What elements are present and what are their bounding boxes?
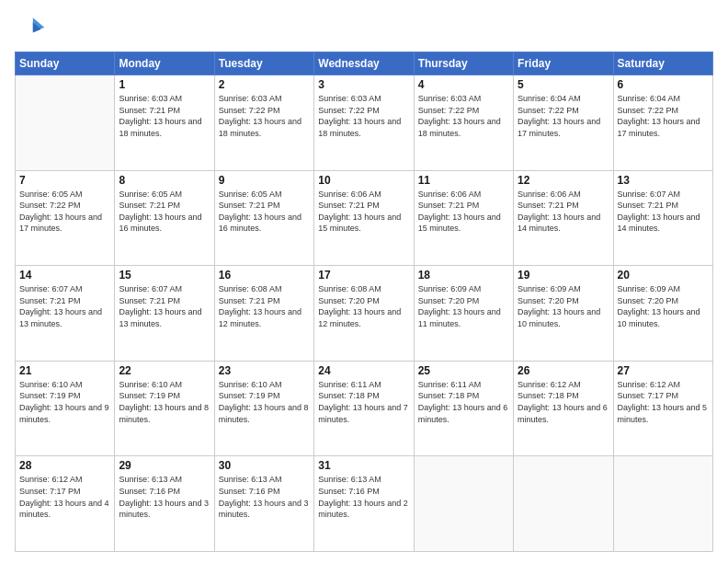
cell-details: Sunrise: 6:03 AMSunset: 7:22 PMDaylight:… [318, 93, 409, 139]
calendar-header-wednesday: Wednesday [314, 52, 414, 75]
calendar-cell: 18Sunrise: 6:09 AMSunset: 7:20 PMDayligh… [414, 266, 513, 362]
cell-details: Sunrise: 6:10 AMSunset: 7:19 PMDaylight:… [19, 379, 110, 425]
calendar-cell [514, 456, 613, 552]
cell-details: Sunrise: 6:06 AMSunset: 7:21 PMDaylight:… [418, 189, 509, 235]
cell-details: Sunrise: 6:04 AMSunset: 7:22 PMDaylight:… [518, 93, 609, 139]
calendar-cell: 31Sunrise: 6:13 AMSunset: 7:16 PMDayligh… [314, 456, 414, 552]
day-number: 16 [219, 269, 310, 282]
cell-details: Sunrise: 6:07 AMSunset: 7:21 PMDaylight:… [19, 283, 110, 329]
day-number: 25 [418, 364, 509, 377]
calendar-cell [16, 75, 115, 171]
calendar-cell: 12Sunrise: 6:06 AMSunset: 7:21 PMDayligh… [514, 170, 613, 266]
cell-details: Sunrise: 6:12 AMSunset: 7:18 PMDaylight:… [518, 379, 609, 425]
day-number: 28 [19, 459, 110, 472]
day-number: 21 [19, 364, 110, 377]
calendar-cell: 11Sunrise: 6:06 AMSunset: 7:21 PMDayligh… [414, 170, 513, 266]
cell-details: Sunrise: 6:13 AMSunset: 7:16 PMDaylight:… [119, 474, 210, 520]
day-number: 22 [119, 364, 210, 377]
day-number: 12 [518, 174, 609, 187]
calendar-cell: 14Sunrise: 6:07 AMSunset: 7:21 PMDayligh… [16, 266, 115, 362]
day-number: 15 [119, 269, 210, 282]
calendar-cell: 27Sunrise: 6:12 AMSunset: 7:17 PMDayligh… [613, 361, 712, 456]
day-number: 31 [318, 459, 409, 472]
calendar-cell: 9Sunrise: 6:05 AMSunset: 7:21 PMDaylight… [214, 170, 313, 266]
cell-details: Sunrise: 6:05 AMSunset: 7:21 PMDaylight:… [219, 189, 310, 235]
calendar-cell: 20Sunrise: 6:09 AMSunset: 7:20 PMDayligh… [613, 266, 712, 362]
cell-details: Sunrise: 6:09 AMSunset: 7:20 PMDaylight:… [518, 283, 609, 329]
cell-details: Sunrise: 6:10 AMSunset: 7:19 PMDaylight:… [219, 379, 310, 425]
day-number: 30 [219, 459, 310, 472]
calendar-header-monday: Monday [115, 52, 214, 75]
cell-details: Sunrise: 6:12 AMSunset: 7:17 PMDaylight:… [19, 474, 110, 520]
day-number: 18 [418, 269, 509, 282]
day-number: 4 [418, 78, 509, 91]
logo-icon [15, 11, 48, 44]
cell-details: Sunrise: 6:03 AMSunset: 7:21 PMDaylight:… [119, 93, 210, 139]
cell-details: Sunrise: 6:05 AMSunset: 7:22 PMDaylight:… [19, 189, 110, 235]
day-number: 9 [219, 174, 310, 187]
header [15, 11, 713, 44]
day-number: 7 [19, 174, 110, 187]
calendar-cell: 16Sunrise: 6:08 AMSunset: 7:21 PMDayligh… [214, 266, 313, 362]
calendar-cell: 2Sunrise: 6:03 AMSunset: 7:22 PMDaylight… [214, 75, 313, 171]
calendar-header-sunday: Sunday [16, 52, 115, 75]
cell-details: Sunrise: 6:08 AMSunset: 7:21 PMDaylight:… [219, 283, 310, 329]
day-number: 27 [618, 364, 709, 377]
day-number: 13 [618, 174, 709, 187]
day-number: 6 [618, 78, 709, 91]
calendar-cell: 17Sunrise: 6:08 AMSunset: 7:20 PMDayligh… [314, 266, 414, 362]
calendar-cell: 29Sunrise: 6:13 AMSunset: 7:16 PMDayligh… [115, 456, 214, 552]
day-number: 23 [219, 364, 310, 377]
cell-details: Sunrise: 6:03 AMSunset: 7:22 PMDaylight:… [219, 93, 310, 139]
calendar-cell: 19Sunrise: 6:09 AMSunset: 7:20 PMDayligh… [514, 266, 613, 362]
calendar-cell: 24Sunrise: 6:11 AMSunset: 7:18 PMDayligh… [314, 361, 414, 456]
day-number: 20 [618, 269, 709, 282]
calendar-cell: 21Sunrise: 6:10 AMSunset: 7:19 PMDayligh… [16, 361, 115, 456]
day-number: 2 [219, 78, 310, 91]
day-number: 17 [318, 269, 409, 282]
calendar-cell: 1Sunrise: 6:03 AMSunset: 7:21 PMDaylight… [115, 75, 214, 171]
calendar-cell: 8Sunrise: 6:05 AMSunset: 7:21 PMDaylight… [115, 170, 214, 266]
day-number: 19 [518, 269, 609, 282]
day-number: 11 [418, 174, 509, 187]
calendar-header-tuesday: Tuesday [214, 52, 313, 75]
cell-details: Sunrise: 6:11 AMSunset: 7:18 PMDaylight:… [318, 379, 409, 425]
calendar-cell: 30Sunrise: 6:13 AMSunset: 7:16 PMDayligh… [214, 456, 313, 552]
calendar-header-friday: Friday [514, 52, 613, 75]
calendar-cell: 15Sunrise: 6:07 AMSunset: 7:21 PMDayligh… [115, 266, 214, 362]
cell-details: Sunrise: 6:07 AMSunset: 7:21 PMDaylight:… [618, 189, 709, 235]
calendar-header-thursday: Thursday [414, 52, 513, 75]
calendar-cell [613, 456, 712, 552]
cell-details: Sunrise: 6:03 AMSunset: 7:22 PMDaylight:… [418, 93, 509, 139]
cell-details: Sunrise: 6:06 AMSunset: 7:21 PMDaylight:… [518, 189, 609, 235]
calendar-cell: 23Sunrise: 6:10 AMSunset: 7:19 PMDayligh… [214, 361, 313, 456]
cell-details: Sunrise: 6:12 AMSunset: 7:17 PMDaylight:… [618, 379, 709, 425]
cell-details: Sunrise: 6:10 AMSunset: 7:19 PMDaylight:… [119, 379, 210, 425]
day-number: 1 [119, 78, 210, 91]
calendar-cell: 4Sunrise: 6:03 AMSunset: 7:22 PMDaylight… [414, 75, 513, 171]
calendar-header-saturday: Saturday [613, 52, 712, 75]
day-number: 10 [318, 174, 409, 187]
logo [15, 11, 51, 44]
day-number: 26 [518, 364, 609, 377]
cell-details: Sunrise: 6:08 AMSunset: 7:20 PMDaylight:… [318, 283, 409, 329]
calendar-cell: 26Sunrise: 6:12 AMSunset: 7:18 PMDayligh… [514, 361, 613, 456]
calendar-cell: 13Sunrise: 6:07 AMSunset: 7:21 PMDayligh… [613, 170, 712, 266]
calendar-cell [414, 456, 513, 552]
day-number: 5 [518, 78, 609, 91]
calendar-cell: 25Sunrise: 6:11 AMSunset: 7:18 PMDayligh… [414, 361, 513, 456]
day-number: 29 [119, 459, 210, 472]
page: SundayMondayTuesdayWednesdayThursdayFrid… [0, 0, 728, 563]
calendar-cell: 6Sunrise: 6:04 AMSunset: 7:22 PMDaylight… [613, 75, 712, 171]
calendar-cell: 22Sunrise: 6:10 AMSunset: 7:19 PMDayligh… [115, 361, 214, 456]
cell-details: Sunrise: 6:04 AMSunset: 7:22 PMDaylight:… [618, 93, 709, 139]
cell-details: Sunrise: 6:13 AMSunset: 7:16 PMDaylight:… [219, 474, 310, 520]
day-number: 3 [318, 78, 409, 91]
cell-details: Sunrise: 6:07 AMSunset: 7:21 PMDaylight:… [119, 283, 210, 329]
day-number: 14 [19, 269, 110, 282]
day-number: 8 [119, 174, 210, 187]
calendar-cell: 3Sunrise: 6:03 AMSunset: 7:22 PMDaylight… [314, 75, 414, 171]
day-number: 24 [318, 364, 409, 377]
cell-details: Sunrise: 6:11 AMSunset: 7:18 PMDaylight:… [418, 379, 509, 425]
cell-details: Sunrise: 6:06 AMSunset: 7:21 PMDaylight:… [318, 189, 409, 235]
